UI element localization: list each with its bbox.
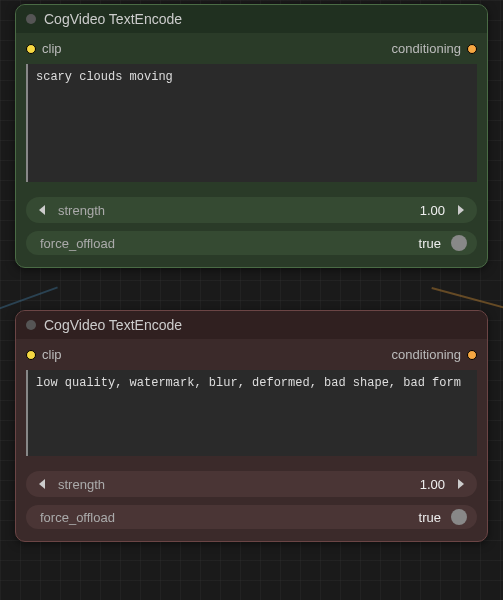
strength-label: strength: [58, 203, 105, 218]
offload-label: force_offload: [40, 236, 115, 251]
strength-param[interactable]: strength 1.00: [26, 471, 477, 497]
prompt-textarea[interactable]: [26, 370, 477, 456]
input-label: clip: [42, 347, 62, 362]
force-offload-toggle[interactable]: force_offload true: [26, 505, 477, 529]
increment-button[interactable]: [451, 201, 469, 219]
decrement-button[interactable]: [34, 201, 52, 219]
port-dot-icon: [26, 350, 36, 360]
node-positive[interactable]: CogVideo TextEncode clip conditioning st…: [15, 4, 488, 268]
io-ports-row: clip conditioning: [16, 339, 487, 370]
prompt-textarea[interactable]: [26, 64, 477, 182]
force-offload-toggle[interactable]: force_offload true: [26, 231, 477, 255]
port-dot-icon: [467, 44, 477, 54]
offload-value: true: [419, 510, 441, 525]
svg-marker-2: [39, 479, 45, 489]
strength-label: strength: [58, 477, 105, 492]
node-titlebar[interactable]: CogVideo TextEncode: [16, 311, 487, 339]
node-title: CogVideo TextEncode: [44, 317, 182, 333]
output-label: conditioning: [392, 41, 461, 56]
output-port-conditioning[interactable]: conditioning: [392, 41, 477, 56]
port-dot-icon: [467, 350, 477, 360]
triangle-right-icon: [455, 479, 465, 489]
triangle-right-icon: [455, 205, 465, 215]
collapse-dot-icon[interactable]: [26, 320, 36, 330]
svg-marker-1: [458, 205, 464, 215]
node-title: CogVideo TextEncode: [44, 11, 182, 27]
increment-button[interactable]: [451, 475, 469, 493]
toggle-knob-icon: [451, 509, 467, 525]
node-negative[interactable]: CogVideo TextEncode clip conditioning st…: [15, 310, 488, 542]
offload-label: force_offload: [40, 510, 115, 525]
port-dot-icon: [26, 44, 36, 54]
triangle-left-icon: [38, 205, 48, 215]
strength-value: 1.00: [420, 477, 445, 492]
offload-value: true: [419, 236, 441, 251]
triangle-left-icon: [38, 479, 48, 489]
svg-marker-0: [39, 205, 45, 215]
node-titlebar[interactable]: CogVideo TextEncode: [16, 5, 487, 33]
io-ports-row: clip conditioning: [16, 33, 487, 64]
strength-value: 1.00: [420, 203, 445, 218]
strength-param[interactable]: strength 1.00: [26, 197, 477, 223]
input-port-clip[interactable]: clip: [26, 347, 62, 362]
svg-marker-3: [458, 479, 464, 489]
output-label: conditioning: [392, 347, 461, 362]
decrement-button[interactable]: [34, 475, 52, 493]
input-port-clip[interactable]: clip: [26, 41, 62, 56]
toggle-knob-icon: [451, 235, 467, 251]
collapse-dot-icon[interactable]: [26, 14, 36, 24]
input-label: clip: [42, 41, 62, 56]
output-port-conditioning[interactable]: conditioning: [392, 347, 477, 362]
